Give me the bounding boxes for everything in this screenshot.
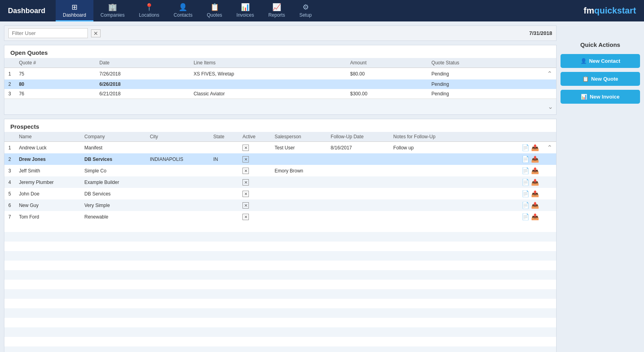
active-checkbox[interactable]: ✕ — [242, 168, 249, 174]
prospect-active-cell: ✕ — [239, 176, 271, 188]
prospect-active-cell: ✕ — [239, 188, 271, 199]
table-row[interactable]: 6 New Guy Very Simple ✕ 📄 📤 — [4, 199, 556, 211]
empty-row — [4, 270, 556, 280]
table-row[interactable]: 1 Andrew Luck Manifest ✕ Test User 8/16/… — [4, 142, 556, 154]
prospect-state-cell — [209, 188, 239, 199]
nav-item-setup[interactable]: ⚙Setup — [292, 0, 319, 21]
nav-item-contacts[interactable]: 👤Contacts — [167, 0, 200, 21]
quotes-scroll-up[interactable]: ⌃ — [547, 70, 552, 77]
active-checkbox[interactable]: ✕ — [242, 191, 249, 197]
quote-status-cell: Pending — [427, 79, 543, 89]
prospect-notes-cell — [389, 153, 511, 165]
prospect-name-cell: John Doe — [15, 188, 81, 199]
empty-row — [4, 308, 556, 318]
action-doc-icon[interactable]: 📄 — [522, 155, 530, 163]
table-row[interactable]: 2 Drew Jones DB Services INDIANAPOLIS IN… — [4, 153, 556, 165]
new-quote-button[interactable]: 📋 New Quote — [561, 72, 640, 86]
setup-icon: ⚙ — [303, 3, 309, 12]
active-checkbox[interactable]: ✕ — [242, 156, 249, 162]
prospect-scroll-cell — [543, 153, 556, 165]
active-checkbox[interactable]: ✕ — [242, 179, 249, 186]
prospect-scroll-cell — [543, 199, 556, 211]
action-share-icon[interactable]: 📤 — [531, 213, 539, 220]
action-share-icon[interactable]: 📤 — [531, 178, 539, 186]
new-quote-icon: 📋 — [582, 76, 589, 82]
quote-items-cell: Classic Aviator — [190, 89, 346, 99]
table-row[interactable]: 3 Jeff Smith Simple Co ✕ Emory Brown 📄 📤 — [4, 165, 556, 176]
open-quotes-table: Quote # Date Line Items Amount Quote Sta… — [4, 58, 556, 99]
quote-date-cell: 6/26/2018 — [95, 79, 190, 89]
col-quote-num: Quote # — [15, 58, 95, 68]
table-row[interactable]: 2 80 6/26/2018 Pending — [4, 79, 556, 89]
action-share-icon[interactable]: 📤 — [531, 155, 539, 163]
active-checkbox[interactable]: ✕ — [242, 214, 249, 220]
prospect-state-cell — [209, 211, 239, 222]
prospect-name-cell: Jeremy Plumber — [15, 176, 81, 188]
quote-amount-cell: $300.00 — [346, 89, 428, 99]
filter-date: 7/31/2018 — [529, 30, 552, 36]
prospect-name-cell: Andrew Luck — [15, 142, 81, 154]
companies-label: Companies — [101, 12, 125, 18]
table-row[interactable]: 7 Tom Ford Renewable ✕ 📄 📤 — [4, 211, 556, 222]
action-doc-icon[interactable]: 📄 — [522, 190, 530, 197]
quote-num-cell: 76 — [15, 89, 95, 99]
prospect-name-cell: New Guy — [15, 199, 81, 211]
action-share-icon[interactable]: 📤 — [531, 167, 539, 174]
nav-item-dashboard[interactable]: ⊞Dashboard — [56, 0, 93, 21]
prospect-followup-cell — [327, 165, 389, 176]
action-share-icon[interactable]: 📤 — [531, 190, 539, 197]
prospect-company-cell: DB Services — [80, 153, 146, 165]
locations-label: Locations — [139, 12, 159, 18]
action-share-icon[interactable]: 📤 — [531, 144, 539, 151]
quotes-scroll-down[interactable]: ⌄ — [548, 103, 553, 110]
col-quote-status: Quote Status — [427, 58, 543, 68]
col-scroll — [543, 58, 556, 68]
filter-left: ✕ — [8, 28, 101, 38]
filter-clear-button[interactable]: ✕ — [91, 29, 101, 37]
prospect-name-cell: Drew Jones — [15, 153, 81, 165]
nav-item-reports[interactable]: 📈Reports — [261, 0, 292, 21]
content-area: ✕ 7/31/2018 Open Quotes Quote # Date Lin… — [0, 21, 644, 352]
new-contact-button[interactable]: 👤 New Contact — [561, 54, 640, 68]
quote-row-actions — [543, 79, 556, 89]
empty-row — [4, 327, 556, 337]
prospect-state-cell — [209, 142, 239, 154]
empty-row — [4, 318, 556, 327]
col-scroll2 — [543, 132, 556, 142]
action-share-icon[interactable]: 📤 — [531, 201, 539, 209]
empty-rows-table — [4, 222, 556, 352]
prospect-salesperson-cell: Emory Brown — [271, 165, 327, 176]
prospect-actions-cell: 📄 📤 — [511, 211, 543, 222]
action-doc-icon[interactable]: 📄 — [522, 213, 530, 220]
action-doc-icon[interactable]: 📄 — [522, 178, 530, 186]
prospect-city-cell — [146, 165, 209, 176]
row-num: 1 — [4, 68, 15, 80]
active-checkbox[interactable]: ✕ — [242, 145, 249, 151]
reports-label: Reports — [268, 12, 285, 18]
empty-row — [4, 289, 556, 299]
active-checkbox[interactable]: ✕ — [242, 202, 249, 209]
nav-item-companies[interactable]: 🏢Companies — [93, 0, 132, 21]
new-invoice-button[interactable]: 📊 New Invoice — [561, 90, 640, 104]
prospects-scroll-up[interactable]: ⌃ — [547, 144, 552, 151]
action-doc-icon[interactable]: 📄 — [522, 201, 530, 209]
nav-item-locations[interactable]: 📍Locations — [132, 0, 166, 21]
table-row[interactable]: 1 75 7/26/2018 XS FIVES, Wiretap $80.00 … — [4, 68, 556, 80]
prospect-notes-cell — [389, 211, 511, 222]
table-row[interactable]: 3 76 6/21/2018 Classic Aviator $300.00 P… — [4, 89, 556, 99]
action-doc-icon[interactable]: 📄 — [522, 167, 530, 174]
table-row[interactable]: 4 Jeremy Plumber Example Builder ✕ 📄 📤 — [4, 176, 556, 188]
table-row[interactable]: 5 John Doe DB Services ✕ 📄 📤 — [4, 188, 556, 199]
nav-item-quotes[interactable]: 📋Quotes — [200, 0, 229, 21]
action-doc-icon[interactable]: 📄 — [522, 144, 530, 151]
new-invoice-icon: 📊 — [581, 94, 587, 100]
nav-item-invoices[interactable]: 📊Invoices — [229, 0, 261, 21]
prospect-notes-cell — [389, 199, 511, 211]
logo-fm: fm — [584, 6, 594, 16]
filter-user-input[interactable] — [8, 28, 88, 38]
empty-row — [4, 337, 556, 346]
quick-actions-title: Quick Actions — [561, 41, 640, 48]
prospect-actions-cell: 📄 📤 — [511, 165, 543, 176]
companies-icon: 🏢 — [108, 3, 117, 12]
prospect-notes-cell — [389, 188, 511, 199]
